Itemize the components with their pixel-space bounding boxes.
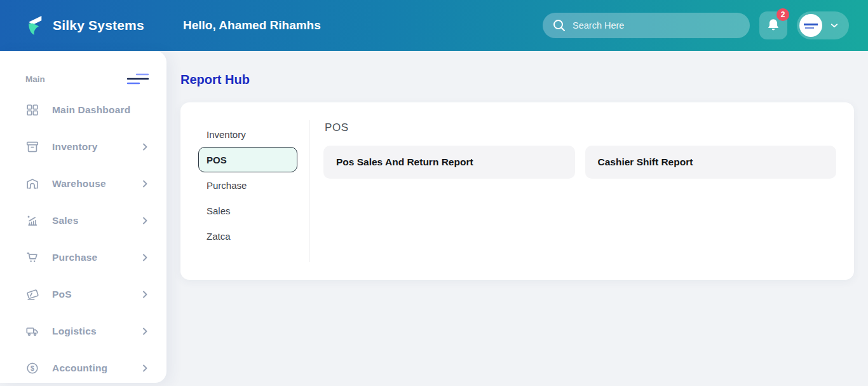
sidebar-menu: Main Dashboard Inventory <box>0 92 166 386</box>
search-bar[interactable] <box>543 13 750 38</box>
user-greeting: Hello, Ahamed Rihamhs <box>183 18 321 32</box>
sidebar-item-label: Sales <box>52 215 79 226</box>
tab-inventory[interactable]: Inventory <box>198 121 297 147</box>
sidebar-item-sales[interactable]: Sales <box>0 202 166 239</box>
svg-text:$: $ <box>31 364 34 372</box>
sidebar-item-purchase[interactable]: Purchase <box>0 239 166 276</box>
sidebar-item-warehouse[interactable]: Warehouse <box>0 165 166 202</box>
chevron-right-icon <box>140 216 150 226</box>
avatar <box>799 14 822 37</box>
brand-logo[interactable]: Silky Systems <box>0 15 159 36</box>
tab-pos[interactable]: POS <box>198 147 297 172</box>
dashboard-grid-icon <box>25 103 39 117</box>
chevron-right-icon <box>140 252 150 263</box>
sidebar-item-label: Inventory <box>52 141 98 153</box>
dollar-circle-icon: $ <box>25 361 39 375</box>
user-menu-button[interactable] <box>797 11 849 39</box>
notification-count-badge: 2 <box>776 8 789 21</box>
credit-card-icon <box>25 287 39 301</box>
chevron-right-icon <box>140 326 150 336</box>
sidebar-item-main-dashboard[interactable]: Main Dashboard <box>0 92 166 128</box>
chevron-right-icon <box>140 179 150 189</box>
sidebar-item-label: PoS <box>52 289 72 300</box>
search-input[interactable] <box>573 20 741 31</box>
tab-sales[interactable]: Sales <box>198 198 297 223</box>
chevron-right-icon <box>140 289 150 300</box>
report-card-cashier-shift[interactable]: Cashier Shift Report <box>585 146 837 179</box>
chevron-down-icon <box>828 19 841 32</box>
page-title: Report Hub <box>180 72 854 87</box>
chevron-right-icon <box>140 363 150 373</box>
sidebar-item-pos[interactable]: PoS <box>0 276 166 313</box>
sidebar: Main Main Dashboard <box>0 51 166 383</box>
sales-chart-icon <box>25 214 39 228</box>
sidebar-section-label: Main <box>25 74 45 84</box>
warehouse-icon <box>25 177 39 191</box>
tab-zatca[interactable]: Zatca <box>198 223 297 249</box>
sidebar-item-logistics[interactable]: Logistics <box>0 313 166 350</box>
truck-icon <box>25 324 39 338</box>
top-header-bar: Silky Systems Hello, Ahamed Rihamhs 2 <box>0 0 868 51</box>
inventory-box-icon <box>25 140 39 154</box>
report-category-tabs: Inventory POS Purchase Sales Zatca <box>198 120 297 262</box>
sidebar-item-inventory[interactable]: Inventory <box>0 128 166 165</box>
sidebar-toggle-icon[interactable] <box>126 72 150 86</box>
brand-name: Silky Systems <box>53 18 144 33</box>
notifications-button[interactable]: 2 <box>759 11 787 39</box>
panel-heading: POS <box>325 121 836 134</box>
sidebar-item-label: Logistics <box>52 326 97 337</box>
sidebar-item-label: Warehouse <box>52 178 106 190</box>
reports-panel: POS Pos Sales And Return Report Cashier … <box>309 120 836 262</box>
tab-purchase[interactable]: Purchase <box>198 172 297 198</box>
sidebar-item-accounting[interactable]: $ Accounting <box>0 350 166 386</box>
report-hub-card: Inventory POS Purchase Sales Zatca POS P… <box>180 102 854 280</box>
main-content: Report Hub Inventory POS Purchase Sales … <box>166 51 868 386</box>
sidebar-item-label: Main Dashboard <box>52 104 130 116</box>
sidebar-item-label: Accounting <box>52 362 107 374</box>
search-icon <box>552 18 567 33</box>
sidebar-item-label: Purchase <box>52 252 97 263</box>
silky-logo-icon <box>25 15 44 36</box>
chevron-right-icon <box>140 142 150 152</box>
cart-icon <box>25 251 39 265</box>
report-card-pos-sales-and-return[interactable]: Pos Sales And Return Report <box>323 146 575 179</box>
